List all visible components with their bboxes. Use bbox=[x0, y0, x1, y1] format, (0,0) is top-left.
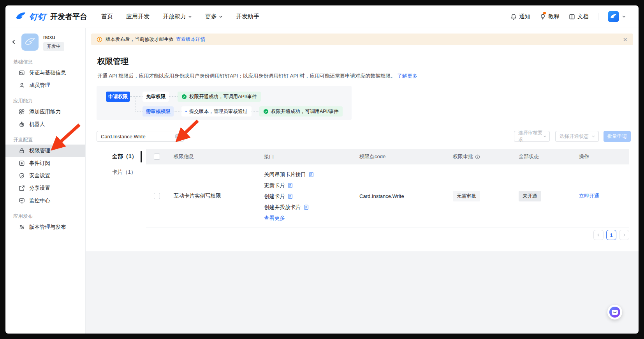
version-warning-banner: 版本发布后，当前修改才能生效 查看版本详情 ✕ bbox=[91, 34, 633, 45]
permission-flow-diagram: 申请权限 免审权限 权限开通成功，可调用API/事件 需审核权限 提交版本，管理… bbox=[97, 86, 352, 120]
api-doc-icon[interactable] bbox=[288, 194, 293, 199]
group-label: 基础信息 bbox=[5, 57, 85, 67]
sidebar-item-members[interactable]: 成员管理 bbox=[5, 79, 85, 92]
learn-more-link[interactable]: 了解更多 bbox=[397, 73, 417, 79]
banner-close-icon[interactable]: ✕ bbox=[623, 37, 628, 42]
active-tab-indicator bbox=[141, 151, 142, 162]
clear-search-icon[interactable]: ✕ bbox=[175, 134, 180, 139]
sidebar-item-version-release[interactable]: 版本管理与发布 bbox=[5, 221, 85, 233]
sidebar-item-event-subscription[interactable]: 事件订阅 bbox=[5, 157, 85, 170]
view-version-link[interactable]: 查看版本详情 bbox=[176, 36, 205, 43]
chevron-down-icon bbox=[591, 134, 595, 138]
sidebar-item-add-capability[interactable]: 添加应用能力 bbox=[5, 106, 85, 118]
clipboard-check-icon bbox=[185, 109, 187, 114]
nav-item-open-capability[interactable]: 开放能力 bbox=[163, 13, 192, 20]
activate-now-link[interactable]: 立即开通 bbox=[579, 192, 599, 200]
chevron-down-icon bbox=[188, 15, 192, 19]
no-review-step: 免审权限 bbox=[143, 92, 169, 102]
sidebar-item-monitor[interactable]: 监控中心 bbox=[5, 194, 85, 207]
status-badge: 未开通 bbox=[519, 191, 541, 201]
next-page-button[interactable] bbox=[619, 230, 629, 240]
status-filter-select[interactable]: 选择开通状态 bbox=[555, 131, 599, 142]
assistant-floating-button[interactable]: >< bbox=[607, 305, 622, 320]
brand-suffix: 开发者平台 bbox=[50, 12, 87, 22]
header-status: 全部状态 bbox=[513, 153, 573, 160]
header-review: 权限审批 bbox=[453, 153, 473, 160]
chevron-down-icon bbox=[622, 14, 626, 19]
flow-connector bbox=[169, 96, 178, 97]
content-sheet: 版本发布后，当前修改才能生效 查看版本详情 ✕ 权限管理 开通 API 权限后，… bbox=[86, 28, 639, 251]
select-all-checkbox[interactable] bbox=[154, 154, 160, 160]
sidebar-app-header: nexu 开发中 bbox=[5, 28, 85, 53]
header-api: 接口 bbox=[258, 153, 354, 160]
chevron-right-icon bbox=[622, 233, 626, 237]
navbar-right: 通知 教程 文档 bbox=[510, 11, 639, 22]
table-row: 互动卡片实例写权限 关闭吊顶卡片接口 更新卡片 bbox=[146, 164, 629, 228]
back-button[interactable] bbox=[11, 39, 17, 45]
api-doc-icon[interactable] bbox=[304, 205, 309, 210]
assistant-icon: >< bbox=[609, 307, 620, 318]
sidebar-item-security[interactable]: 安全设置 bbox=[5, 170, 85, 182]
api-doc-icon[interactable] bbox=[288, 183, 293, 188]
tutorial-button[interactable]: 教程 bbox=[540, 13, 560, 20]
sidebar-item-robot[interactable]: 机器人 bbox=[5, 118, 85, 131]
brand[interactable]: 钉钉 开发者平台 bbox=[5, 11, 87, 22]
check-circle-icon bbox=[263, 109, 269, 114]
tab-card[interactable]: 卡片（1） bbox=[86, 164, 144, 180]
nav-item-more[interactable]: 更多 bbox=[205, 13, 223, 20]
sidebar-item-permissions[interactable]: 权限管理 bbox=[5, 145, 85, 157]
prev-page-button[interactable] bbox=[593, 230, 604, 240]
api-item: 关闭吊顶卡片接口 bbox=[264, 169, 354, 180]
api-item: 更新卡片 bbox=[264, 180, 354, 191]
avatar bbox=[608, 11, 619, 22]
row-checkbox[interactable] bbox=[154, 193, 160, 199]
nav-item-dev-assistant[interactable]: 开发助手 bbox=[236, 13, 259, 20]
review-filter-select[interactable]: 选择审核要求 bbox=[514, 131, 550, 142]
permissions-table: 权限信息 接口 权限点code 权限审批 全部状态 操作 互动卡片实例写权限 bbox=[146, 149, 629, 228]
tab-all[interactable]: 全部（1） bbox=[86, 149, 144, 164]
chevron-left-icon bbox=[11, 39, 17, 45]
info-circle-icon[interactable] bbox=[475, 154, 480, 159]
app-logo bbox=[21, 34, 39, 51]
pagination: 1 bbox=[593, 230, 629, 240]
submit-version-step: 提交版本，管理员审核通过 bbox=[181, 106, 252, 117]
credential-icon bbox=[19, 70, 25, 76]
lightbulb-icon bbox=[540, 14, 546, 20]
view-more-link[interactable]: 查看更多 bbox=[264, 213, 354, 224]
api-item: 创建卡片 bbox=[264, 191, 354, 202]
nav-item-home[interactable]: 首页 bbox=[101, 13, 113, 20]
main-area: 版本发布后，当前修改才能生效 查看版本详情 ✕ 权限管理 开通 API 权限后，… bbox=[86, 28, 639, 334]
account-menu[interactable] bbox=[608, 11, 626, 22]
search-input[interactable] bbox=[101, 134, 175, 139]
table-header-row: 权限信息 接口 权限点code 权限审批 全部状态 操作 bbox=[146, 149, 629, 164]
api-item: 创建并投放卡片 bbox=[264, 202, 354, 213]
nav-item-app-dev[interactable]: 应用开发 bbox=[126, 13, 150, 20]
members-icon bbox=[19, 82, 25, 88]
api-doc-icon[interactable] bbox=[309, 172, 314, 177]
group-label: 应用能力 bbox=[5, 96, 85, 106]
review-badge: 无需审批 bbox=[453, 191, 480, 201]
sidebar: nexu 开发中 基础信息 凭证与基础信息 成员管理 应用能力 添加应用能力 bbox=[5, 28, 86, 334]
docs-button[interactable]: 文档 bbox=[569, 13, 589, 20]
page-number-button[interactable]: 1 bbox=[606, 230, 616, 240]
chevron-down-icon bbox=[219, 15, 223, 19]
bell-icon bbox=[510, 14, 517, 20]
version-icon bbox=[19, 224, 25, 230]
book-icon bbox=[569, 14, 575, 20]
header-code: 权限点code bbox=[354, 153, 447, 160]
divider bbox=[598, 13, 598, 20]
app-window: 钉钉 开发者平台 首页 应用开发 开放能力 更多 开发助手 通知 bbox=[5, 5, 639, 334]
notifications-button[interactable]: 通知 bbox=[510, 13, 530, 20]
flow-connector bbox=[135, 97, 136, 111]
sidebar-item-share[interactable]: 分享设置 bbox=[5, 182, 85, 194]
chevron-left-icon bbox=[596, 233, 600, 237]
sidebar-group-release: 应用发布 版本管理与发布 bbox=[5, 212, 85, 233]
header-permission-info: 权限信息 bbox=[168, 153, 258, 160]
batch-apply-button[interactable]: 批量申请 bbox=[604, 131, 631, 142]
flow-connector bbox=[174, 111, 181, 112]
robot-icon bbox=[19, 121, 25, 127]
sidebar-item-credentials[interactable]: 凭证与基础信息 bbox=[5, 67, 85, 79]
no-review-result-step: 权限开通成功，可调用API/事件 bbox=[178, 92, 261, 102]
apply-permission-step[interactable]: 申请权限 bbox=[106, 92, 130, 102]
brand-name: 钉钉 bbox=[29, 11, 46, 22]
